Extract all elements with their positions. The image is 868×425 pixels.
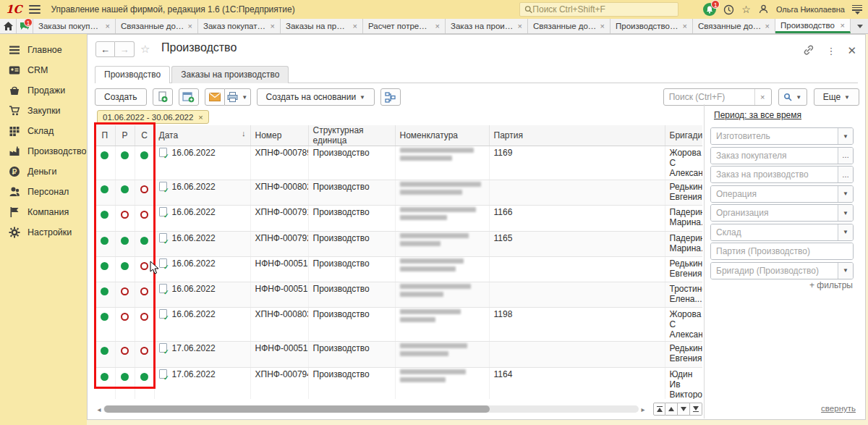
scrollbar-thumb[interactable] (104, 405, 490, 413)
sidebar-item-4[interactable]: Закупки (0, 101, 87, 121)
sidebar-item-8[interactable]: Персонал (0, 182, 87, 202)
service-menu-button[interactable] (852, 5, 862, 14)
global-search-box[interactable] (519, 2, 678, 17)
window-tab-8[interactable]: Производство 8...× (610, 19, 693, 33)
collapse-panel-link[interactable]: свернуть (821, 404, 856, 413)
close-tab-icon[interactable]: × (353, 22, 357, 30)
favorites-star-icon[interactable]: ☆ (741, 4, 751, 14)
create-based-on-button[interactable]: Создать на основании▼ (257, 88, 375, 106)
close-tab-icon[interactable]: × (683, 22, 687, 30)
close-tab-icon[interactable]: × (188, 22, 192, 30)
table-row[interactable]: 16.06.2022НФНФ-000515ПроизводствоТростин… (95, 282, 702, 308)
close-tab-icon[interactable]: × (106, 22, 110, 30)
window-tab-1[interactable]: Заказы покупат...× (33, 19, 116, 33)
global-search-input[interactable] (532, 4, 673, 14)
filter-input[interactable] (711, 167, 838, 182)
table-row[interactable]: 17.06.2022НФНФ-000512ПроизводствоРедькин… (95, 342, 702, 367)
column-header[interactable]: С (135, 125, 154, 146)
table-row[interactable]: 16.06.2022ХПНФ-000792Производство1165Пад… (95, 231, 702, 256)
table-row[interactable]: 16.06.2022ХПНФ-000791Производство1166Пад… (95, 206, 702, 231)
close-tab-icon[interactable]: × (271, 22, 275, 30)
create-by-schedule-button[interactable] (179, 88, 199, 106)
forward-button[interactable]: → (115, 41, 135, 57)
filter-input[interactable] (711, 224, 838, 240)
window-tab-3[interactable]: Заказ покупате...× (198, 19, 281, 33)
close-tab-icon[interactable]: × (518, 22, 522, 30)
scroll-left-icon[interactable]: ◂ (95, 405, 103, 413)
window-tab-9[interactable]: Связанные док...× (693, 19, 775, 33)
send-email-button[interactable] (205, 88, 225, 106)
search-settings-button[interactable]: ▼ (778, 88, 807, 106)
view-tab-1[interactable]: Производство (95, 66, 170, 83)
window-tab-7[interactable]: Связанные док...× (528, 19, 610, 33)
list-search-box[interactable]: × (663, 88, 772, 106)
sidebar-item-7[interactable]: PДеньги (0, 161, 87, 182)
main-menu-button[interactable] (29, 5, 41, 14)
table-row[interactable]: 16.06.2022ХПНФ-000789Производство1169Жор… (95, 146, 702, 180)
sidebar-item-9[interactable]: Компания (0, 202, 87, 222)
filter-field-8[interactable]: ▼ (710, 262, 854, 279)
filter-field-4[interactable]: ▼ (710, 185, 854, 203)
period-link[interactable]: Период: за все время (714, 110, 801, 120)
notifications-bell-button[interactable]: 1 (703, 3, 716, 16)
create-button[interactable]: Создать (95, 88, 147, 106)
table-row[interactable]: 16.06.2022ХПНФ-000802ПроизводствоРедькин… (95, 180, 702, 206)
go-last-row-button[interactable] (690, 403, 702, 416)
window-tab-6[interactable]: Заказ на произ...× (446, 19, 528, 33)
column-header[interactable]: Партия (489, 125, 665, 146)
sidebar-item-1[interactable]: Главное (0, 40, 87, 60)
add-favorite-star-icon[interactable]: ☆ (140, 43, 150, 56)
column-header[interactable]: Бригадир (665, 125, 702, 146)
column-header[interactable]: Структурная единица (308, 125, 395, 146)
tab-list-dropdown-button[interactable] (852, 19, 868, 33)
history-icon[interactable] (723, 4, 734, 15)
close-window-button[interactable]: ✕ (847, 44, 856, 57)
window-tab-2[interactable]: Связанные док...× (116, 19, 198, 33)
filter-input[interactable] (711, 128, 838, 144)
filter-field-1[interactable]: ▼ (710, 127, 854, 145)
column-header[interactable]: Номенклатура (395, 125, 489, 146)
filter-field-6[interactable]: ▼ (710, 224, 854, 241)
more-button[interactable]: Еще▼ (814, 88, 859, 106)
window-tab-10[interactable]: Производство× (775, 19, 851, 33)
close-tab-icon[interactable]: × (841, 21, 845, 30)
sidebar-item-2[interactable]: CRM (0, 60, 87, 80)
filter-input[interactable] (711, 148, 838, 164)
table-row[interactable]: 17.06.2022ХПНФ-000794Производство1164Юди… (95, 367, 702, 399)
chevron-down-icon[interactable]: ▼ (838, 128, 853, 144)
sidebar-item-10[interactable]: Настройки (0, 222, 87, 243)
print-button[interactable]: ▼ (225, 88, 251, 106)
chevron-down-icon[interactable]: ▼ (838, 224, 853, 240)
go-previous-row-button[interactable] (665, 403, 678, 416)
scrollbar-track[interactable] (103, 405, 639, 413)
window-tab-5[interactable]: Расчет потребн...× (363, 19, 446, 33)
clear-search-icon[interactable]: × (754, 89, 770, 105)
sidebar-item-3[interactable]: Продажи (0, 80, 87, 101)
column-header[interactable]: П (95, 125, 115, 146)
choose-value-icon[interactable]: … (838, 167, 853, 182)
user-name[interactable]: Ольга Николаевна (776, 5, 845, 14)
close-tab-icon[interactable]: × (765, 22, 770, 30)
filter-field-5[interactable]: ▼ (710, 204, 854, 222)
back-button[interactable]: ← (95, 41, 115, 57)
table-row[interactable]: 16.06.2022НФНФ-000513ПроизводствоРедькин… (95, 256, 702, 282)
view-tab-2[interactable]: Заказы на производство (171, 66, 289, 83)
home-tab[interactable] (0, 19, 17, 33)
table-row[interactable]: 16.06.2022ХПНФ-000803Производство1198Жор… (95, 308, 702, 342)
chevron-down-icon[interactable]: ▼ (838, 263, 853, 279)
close-tab-icon[interactable]: × (435, 22, 440, 30)
column-header[interactable]: Дата↓ (154, 125, 250, 146)
copy-document-button[interactable] (153, 88, 173, 106)
choose-value-icon[interactable]: … (838, 148, 853, 164)
report-structure-button[interactable] (380, 88, 401, 106)
go-next-row-button[interactable] (678, 403, 690, 416)
sidebar-item-6[interactable]: Производство (0, 141, 87, 161)
chevron-down-icon[interactable]: ▼ (838, 205, 853, 221)
filter-input[interactable] (711, 263, 838, 279)
remove-period-icon[interactable]: × (198, 113, 203, 122)
more-filters-link[interactable]: + фильтры (809, 280, 853, 290)
get-link-button[interactable] (803, 45, 814, 57)
list-search-input[interactable] (669, 92, 754, 102)
filter-field-2[interactable]: … (710, 147, 854, 164)
filter-input[interactable] (711, 186, 838, 202)
